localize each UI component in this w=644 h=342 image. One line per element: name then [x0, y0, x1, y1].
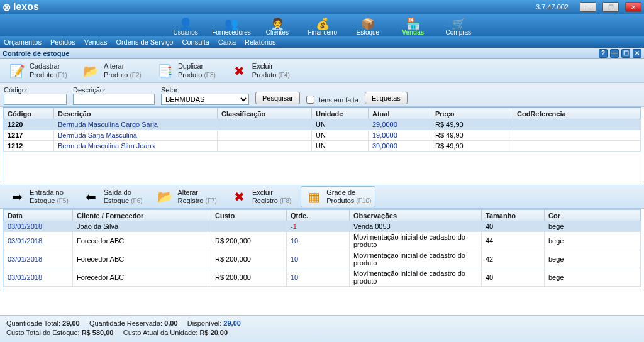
entrada-icon: ➡ [8, 188, 26, 206]
quantidade-reservada-value: 0,00 [164, 319, 177, 327]
toolbar-usuarios[interactable]: 👤Usuários [167, 18, 204, 36]
table-row[interactable]: 1217Bermuda Sarja MasculinaUN19,0000R$ 4… [4, 130, 641, 141]
products-col-5[interactable]: Preço [431, 108, 513, 119]
toolbar-compras[interactable]: 🛒Compras [440, 18, 477, 36]
alterar-icon: 📂 [82, 62, 100, 80]
footer-summary: Quantidade Total: 29,00 Quantidade Reser… [0, 315, 644, 342]
app-logo: ⊗ lexos [3, 1, 39, 13]
grade-icon: ▦ [305, 188, 323, 206]
entrada-button[interactable]: ➡Entrada noEstoque (F5) [4, 186, 73, 207]
codigo-label: Código: [4, 86, 67, 94]
window-close-button[interactable]: ✕ [625, 2, 641, 12]
products-table-wrap: CódigoDescriçãoClassificaçãoUnidadeAtual… [3, 107, 641, 182]
product-actions-toolbar: 📝CadastrarProduto (F1)📂AlterarProduto (F… [0, 59, 644, 83]
alterar-button[interactable]: 📂AlterarProduto (F2) [78, 60, 146, 82]
titlebar: ⊗ lexos 3.7.47.002 — ☐ ✕ [0, 0, 644, 14]
stock-actions-toolbar: ➡Entrada noEstoque (F5)⬅Saída doEstoque … [0, 185, 644, 209]
grade-button[interactable]: ▦Grade deProdutos (F10) [301, 186, 375, 207]
toolbar-financeiro[interactable]: 💰Financeiro [304, 18, 341, 36]
mov-col-3[interactable]: Qtde. [287, 210, 350, 221]
sub-minimize-button[interactable]: — [610, 49, 619, 58]
mov-col-4[interactable]: Observações [350, 210, 482, 221]
help-button[interactable]: ? [599, 49, 608, 58]
sub-maximize-button[interactable]: ☐ [621, 49, 630, 58]
menu-pedidos[interactable]: Pedidos [50, 38, 75, 46]
menu-caixa[interactable]: Caixa [218, 38, 236, 46]
main-toolbar: 👤Usuários👥Fornecedores🧑‍💼Clientes💰Financ… [0, 14, 644, 36]
table-row[interactable]: 03/01/2018João da Silva-1Venda 005340beg… [4, 221, 641, 232]
disponivel-value: 29,00 [223, 319, 241, 327]
vendas-icon: 🏪 [406, 18, 420, 30]
menu-orçamentos[interactable]: Orçamentos [4, 38, 42, 46]
table-row[interactable]: 03/01/2018Forecedor ABCR$ 200,00010Movim… [4, 250, 641, 268]
cadastrar-icon: 📝 [8, 62, 26, 80]
products-table[interactable]: CódigoDescriçãoClassificaçãoUnidadeAtual… [3, 108, 641, 152]
toolbar-vendas[interactable]: 🏪Vendas [394, 18, 432, 36]
toolbar-fornecedores[interactable]: 👥Fornecedores [212, 18, 251, 36]
duplicar-icon: 📑 [157, 62, 174, 80]
products-col-6[interactable]: CodReferencia [513, 108, 641, 119]
alterar-reg-button[interactable]: 📂AlterarRegistro (F7) [152, 186, 221, 207]
mov-col-6[interactable]: Cor [545, 210, 641, 221]
excluir-icon: ✖ [231, 62, 248, 80]
usuarios-icon: 👤 [179, 18, 192, 30]
fornecedores-icon: 👥 [225, 18, 238, 30]
mov-col-5[interactable]: Tamanho [482, 210, 545, 221]
excluir-reg-icon: ✖ [231, 188, 248, 206]
itens-em-falta-input[interactable] [306, 96, 314, 104]
alterar-reg-icon: 📂 [157, 188, 174, 206]
clientes-icon: 🧑‍💼 [270, 18, 284, 30]
movements-table-wrap: DataCliente / FornecedorCustoQtde.Observ… [3, 209, 641, 290]
app-name: lexos [13, 1, 39, 13]
products-col-3[interactable]: Unidade [312, 108, 369, 119]
itens-em-falta-checkbox[interactable]: Itens em falta [306, 96, 358, 104]
products-col-4[interactable]: Atual [369, 108, 431, 119]
pesquisar-button[interactable]: Pesquisar [255, 92, 300, 104]
saida-icon: ⬅ [82, 188, 100, 206]
table-row[interactable]: 03/01/2018Forecedor ABCR$ 200,00010Movim… [4, 232, 641, 250]
menu-consulta[interactable]: Consulta [182, 38, 209, 46]
custo-total-value: R$ 580,00 [82, 329, 114, 336]
etiquetas-button[interactable]: Etiquetas [365, 92, 408, 104]
sub-close-button[interactable]: ✕ [633, 49, 641, 58]
products-col-1[interactable]: Descrição [54, 108, 218, 119]
duplicar-button[interactable]: 📑DuplicarProduto (F3) [152, 60, 220, 82]
quantidade-total-value: 29,00 [62, 319, 80, 327]
saida-button[interactable]: ⬅Saída doEstoque (F6) [78, 186, 147, 207]
table-row[interactable]: 03/01/2018Forecedor ABCR$ 200,00010Movim… [4, 268, 641, 287]
excluir-button[interactable]: ✖ExcluirProduto (F4) [226, 60, 294, 82]
products-col-2[interactable]: Classificação [218, 108, 312, 119]
mov-col-1[interactable]: Cliente / Fornecedor [73, 210, 211, 221]
mov-col-0[interactable]: Data [4, 210, 73, 221]
cadastrar-button[interactable]: 📝CadastrarProduto (F1) [4, 60, 72, 82]
financeiro-icon: 💰 [316, 18, 330, 30]
setor-label: Setor: [161, 86, 249, 94]
subwindow-titlebar: Controle de estoque ? — ☐ ✕ [0, 48, 644, 59]
descricao-input[interactable] [73, 94, 155, 105]
descricao-label: Descrição: [73, 86, 155, 94]
toolbar-clientes[interactable]: 🧑‍💼Clientes [258, 18, 296, 36]
products-col-0[interactable]: Código [4, 108, 54, 119]
setor-select[interactable]: BERMUDAS [161, 94, 249, 105]
movements-table[interactable]: DataCliente / FornecedorCustoQtde.Observ… [3, 209, 641, 287]
toolbar-estoque[interactable]: 📦Estoque [349, 18, 387, 36]
custo-unidade-value: R$ 20,00 [199, 329, 228, 336]
subwindow-title: Controle de estoque [3, 50, 69, 57]
estoque-icon: 📦 [361, 18, 375, 30]
menu-ordens-de-serviço[interactable]: Ordens de Serviço [116, 38, 173, 46]
mov-col-2[interactable]: Custo [211, 210, 287, 221]
menu-strip: OrçamentosPedidosVendasOrdens de Serviço… [0, 36, 644, 48]
table-row[interactable]: 1220Bermuda Masculina Cargo SarjaUN29,00… [4, 119, 641, 130]
search-row: Código: Descrição: Setor: BERMUDAS Pesqu… [0, 83, 644, 107]
window-maximize-button[interactable]: ☐ [602, 2, 619, 12]
compras-icon: 🛒 [452, 18, 465, 30]
table-row[interactable]: 1212Bermuda Masculina Slim JeansUN39,000… [4, 141, 641, 152]
menu-vendas[interactable]: Vendas [84, 38, 108, 46]
excluir-reg-button[interactable]: ✖ExcluirRegistro (F8) [226, 186, 296, 207]
codigo-input[interactable] [4, 94, 67, 105]
window-minimize-button[interactable]: — [580, 2, 596, 12]
logo-mark-icon: ⊗ [3, 1, 11, 13]
app-version: 3.7.47.002 [536, 3, 569, 11]
menu-relatórios[interactable]: Relatórios [245, 38, 276, 46]
